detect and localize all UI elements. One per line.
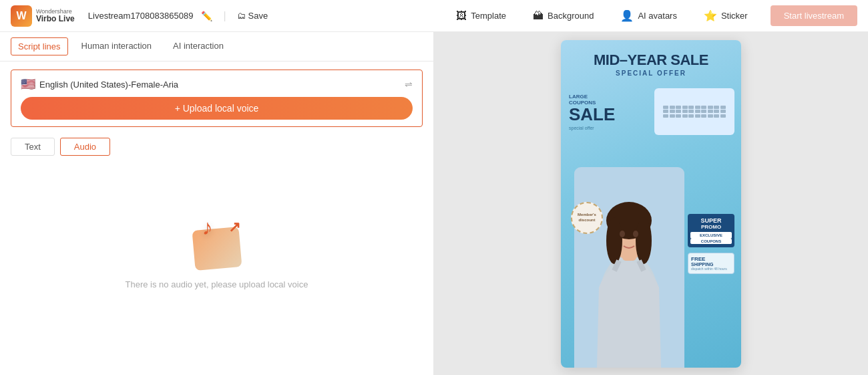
background-button[interactable]: 🏔 Background xyxy=(523,6,603,26)
left-panel: Script lines Human interaction AI intera… xyxy=(0,32,434,375)
empty-state-message: There is no audio yet, please upload loc… xyxy=(126,279,308,289)
flag-icon: 🇺🇸 xyxy=(21,77,35,92)
logo-area: W Wondershare Virbo Live xyxy=(11,5,75,27)
poster-sale-word: SALE xyxy=(569,106,615,123)
upload-local-voice-button[interactable]: + Upload local voice xyxy=(21,97,413,120)
empty-state-area: ♪ ↗ There is no audio yet, please upload… xyxy=(0,156,433,375)
poster-coupons-badge-text: COUPONS xyxy=(690,239,732,244)
ai-avatars-label: AI avatars xyxy=(638,11,677,21)
poster-main-title: MID–YEAR SALE xyxy=(570,52,732,68)
poster-subtitle: SPECIAL OFFER xyxy=(570,70,732,77)
edit-project-name-icon[interactable]: ✏️ xyxy=(201,11,212,21)
sticker-icon: ⭐ xyxy=(704,9,717,22)
upload-arrow-icon: ↗ xyxy=(228,219,240,236)
nav-divider: | xyxy=(223,10,226,22)
svg-point-6 xyxy=(636,217,652,264)
voice-settings-box: 🇺🇸 English (United States)-Female-Aria ⇌… xyxy=(11,70,423,127)
poster-free-text: FREE xyxy=(691,256,731,262)
poster-ship-desc-text: dispatch within 48 hours xyxy=(691,267,731,271)
keyboard-visual xyxy=(659,102,730,122)
poster-member-text: Member's discount xyxy=(572,213,602,222)
save-button[interactable]: 🗂 Save xyxy=(237,11,268,21)
poster-special-offer-text: special offer xyxy=(569,126,615,130)
svg-point-7 xyxy=(620,231,625,237)
right-panel-preview: MID–YEAR SALE SPECIAL OFFER LARGE C xyxy=(434,32,868,375)
tab-script-lines[interactable]: Script lines xyxy=(11,37,68,55)
main-tabs-row: Script lines Human interaction AI intera… xyxy=(0,32,433,61)
voice-language-display: 🇺🇸 English (United States)-Female-Aria xyxy=(21,77,178,92)
poster-member-discount-badge: Member's discount xyxy=(571,202,603,234)
top-navigation: W Wondershare Virbo Live Livestream17080… xyxy=(0,0,868,32)
poster-sale-box: LARGE COUPONS SALE special offer xyxy=(569,94,615,130)
background-label: Background xyxy=(548,11,594,21)
poster-header: MID–YEAR SALE SPECIAL OFFER xyxy=(561,40,741,84)
poster-super-text: SUPER xyxy=(690,217,732,224)
template-button[interactable]: 🖼 Template xyxy=(447,6,515,26)
ai-avatars-icon: 👤 xyxy=(620,9,634,22)
poster-model-image xyxy=(574,167,684,368)
poster-shipping-text: SHIPPING xyxy=(691,262,731,267)
app-logo-text: Wondershare Virbo Live xyxy=(36,9,75,23)
voice-settings-icon[interactable]: ⇌ xyxy=(405,79,413,90)
template-icon: 🖼 xyxy=(456,10,467,22)
start-livestream-button[interactable]: Start livestream xyxy=(771,5,857,26)
brand-name-2: Virbo Live xyxy=(36,15,75,23)
svg-point-5 xyxy=(606,217,622,264)
poster-exclusive-text: EXCLUSIVE xyxy=(690,232,732,239)
poster-free-shipping-badge: FREE SHIPPING dispatch within 48 hours xyxy=(688,253,734,274)
voice-language-label: English (United States)-Female-Aria xyxy=(39,80,178,90)
save-icon: 🗂 xyxy=(237,11,246,21)
tab-ai-interaction[interactable]: AI interaction xyxy=(162,33,234,60)
ai-avatars-button[interactable]: 👤 AI avatars xyxy=(611,5,686,26)
sticker-button[interactable]: ⭐ Sticker xyxy=(694,5,757,26)
sub-tab-text[interactable]: Text xyxy=(11,138,55,156)
sub-tab-audio[interactable]: Audio xyxy=(60,138,110,156)
poster-super-promo-badge: SUPER PROMO EXCLUSIVE COUPONS xyxy=(688,214,734,247)
sale-poster-preview: MID–YEAR SALE SPECIAL OFFER LARGE C xyxy=(561,40,741,368)
template-label: Template xyxy=(471,11,506,21)
background-icon: 🏔 xyxy=(533,10,544,22)
app-logo-icon: W xyxy=(11,5,32,27)
poster-keyboard-image xyxy=(654,88,734,135)
poster-promo-text: PROMO xyxy=(690,224,732,230)
sticker-label: Sticker xyxy=(721,11,748,21)
music-note-icon: ♪ xyxy=(202,215,213,240)
main-area: Script lines Human interaction AI intera… xyxy=(0,32,868,375)
tab-human-interaction[interactable]: Human interaction xyxy=(71,33,163,60)
poster-large-coupons-text: LARGE COUPONS xyxy=(569,94,615,106)
music-icon-container: ♪ ↗ xyxy=(190,215,244,269)
svg-point-8 xyxy=(633,231,638,237)
sub-tabs-row: Text Audio xyxy=(0,132,433,156)
project-name: Livestream1708083865089 xyxy=(88,11,194,21)
voice-lang-row: 🇺🇸 English (United States)-Female-Aria ⇌ xyxy=(21,77,413,92)
save-label: Save xyxy=(248,11,268,21)
